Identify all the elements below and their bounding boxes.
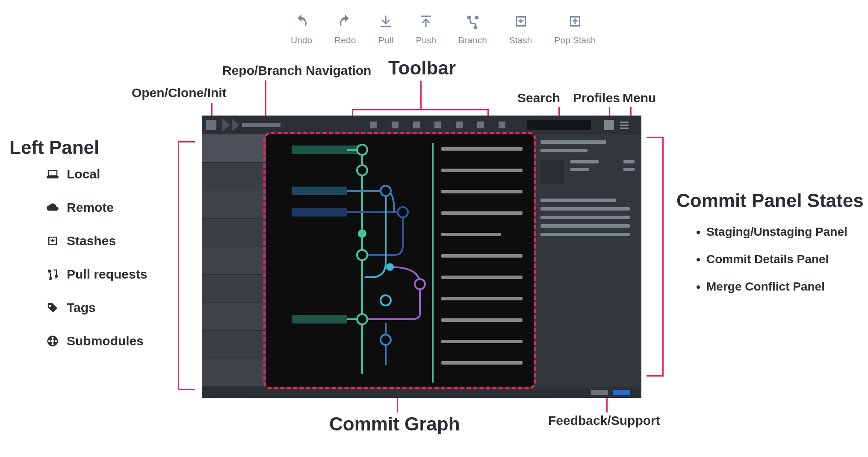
svg-rect-4 xyxy=(441,169,523,172)
tag-icon xyxy=(46,301,59,314)
app-footer xyxy=(202,387,641,398)
submodule-icon xyxy=(46,335,59,347)
toolbar-branch[interactable]: Branch xyxy=(458,14,487,45)
bullet-item: Merge Conflict Panel xyxy=(706,280,847,294)
legend-tags: Tags xyxy=(46,300,147,315)
svg-rect-11 xyxy=(441,318,523,322)
legend-label: Pull requests xyxy=(67,267,147,282)
mini-toolbar-btn[interactable] xyxy=(370,122,377,128)
anno-search: Search xyxy=(517,91,560,105)
commit-panel-line xyxy=(540,199,616,202)
feedback-support-button[interactable] xyxy=(613,390,630,395)
stash-icon xyxy=(513,14,528,29)
left-panel-row[interactable] xyxy=(202,219,266,247)
svg-rect-19 xyxy=(292,315,347,323)
svg-rect-6 xyxy=(441,211,523,215)
left-panel-row[interactable] xyxy=(202,190,266,219)
toolbar-redo[interactable]: Redo xyxy=(334,14,356,45)
svg-point-40 xyxy=(52,343,54,345)
legend-label: Stashes xyxy=(67,234,116,248)
svg-point-27 xyxy=(398,207,408,217)
svg-point-24 xyxy=(357,145,367,155)
left-panel-row[interactable] xyxy=(202,303,266,331)
commit-panel-bullets: Staging/Unstaging Panel Commit Details P… xyxy=(695,225,847,294)
bullet-item: Commit Details Panel xyxy=(706,252,847,266)
legend-stashes: Stashes xyxy=(46,234,147,248)
commit-graph-svg xyxy=(266,134,534,387)
toolbar-label: Push xyxy=(416,35,436,45)
undo-icon xyxy=(294,14,309,29)
toolbar-push[interactable]: Push xyxy=(416,14,436,45)
svg-rect-8 xyxy=(441,254,523,258)
bracket-toolbar xyxy=(352,109,489,116)
svg-point-25 xyxy=(357,165,367,175)
svg-point-32 xyxy=(381,295,391,306)
mini-toolbar-btn[interactable] xyxy=(413,122,420,128)
hamburger-menu-icon[interactable] xyxy=(620,122,629,129)
left-panel-row[interactable] xyxy=(202,331,266,359)
app-topbar xyxy=(202,116,641,134)
svg-rect-10 xyxy=(441,297,523,300)
svg-point-26 xyxy=(381,186,391,196)
commit-panel-line xyxy=(570,160,599,163)
legend-label: Local xyxy=(67,167,100,181)
anno-commit-states: Commit Panel States xyxy=(676,190,864,211)
lead-toolbar xyxy=(420,81,422,109)
svg-rect-18 xyxy=(292,208,347,217)
mini-toolbar-btn[interactable] xyxy=(392,122,399,128)
svg-point-39 xyxy=(52,337,54,339)
commit-panel-line xyxy=(540,149,588,152)
bullet-item: Staging/Unstaging Panel xyxy=(706,225,847,239)
redo-icon xyxy=(337,14,353,29)
toolbar-icon-row: Undo Redo Pull Push Branch Stash Pop Sta… xyxy=(291,14,596,45)
mini-toolbar-btn[interactable] xyxy=(477,122,484,128)
profile-button[interactable] xyxy=(604,120,614,130)
left-panel-row[interactable] xyxy=(202,163,266,191)
mini-toolbar-btn[interactable] xyxy=(456,122,463,128)
toolbar-popstash[interactable]: Pop Stash xyxy=(555,14,596,45)
svg-rect-5 xyxy=(441,190,523,193)
lead-feedback xyxy=(606,396,608,412)
toolbar-label: Pull xyxy=(378,35,393,45)
stash-box-icon xyxy=(46,234,59,247)
svg-point-38 xyxy=(55,340,57,342)
search-input[interactable] xyxy=(527,120,591,130)
anno-commit-graph: Commit Graph xyxy=(329,413,460,435)
svg-rect-12 xyxy=(441,340,523,343)
open-clone-init-button[interactable] xyxy=(206,120,216,130)
toolbar-label: Branch xyxy=(458,35,487,45)
svg-point-30 xyxy=(387,264,393,270)
legend-label: Remote xyxy=(67,200,114,215)
left-panel-row[interactable] xyxy=(202,275,266,303)
cloud-icon xyxy=(46,201,59,214)
mini-toolbar-btn[interactable] xyxy=(434,122,441,128)
anno-left-panel: Left Panel xyxy=(9,137,99,158)
commit-graph-area[interactable] xyxy=(266,134,534,387)
bracket-left-panel xyxy=(178,141,195,390)
svg-point-28 xyxy=(359,230,366,237)
toolbar-pull[interactable]: Pull xyxy=(378,14,393,45)
left-panel-row[interactable] xyxy=(202,134,266,163)
anno-feedback: Feedback/Support xyxy=(548,413,660,428)
anno-open-clone: Open/Clone/Init xyxy=(132,86,227,100)
legend-local: Local xyxy=(46,167,147,181)
toolbar-stash[interactable]: Stash xyxy=(509,14,532,45)
legend-label: Submodules xyxy=(67,334,144,348)
popstash-icon xyxy=(567,14,583,29)
toolbar-undo[interactable]: Undo xyxy=(291,14,312,45)
svg-rect-3 xyxy=(441,147,523,151)
laptop-icon xyxy=(46,168,59,181)
toolbar-label: Redo xyxy=(334,35,356,45)
svg-rect-17 xyxy=(292,187,347,195)
left-panel-row[interactable] xyxy=(202,246,266,275)
mini-toolbar-btn[interactable] xyxy=(499,122,505,128)
legend-pull-requests: Pull requests xyxy=(46,267,147,282)
toolbar-label: Pop Stash xyxy=(555,35,596,45)
push-icon xyxy=(418,14,434,29)
commit-author-avatar xyxy=(540,160,564,184)
svg-point-33 xyxy=(357,314,367,324)
left-panel-row[interactable] xyxy=(202,359,266,387)
bracket-commit-panel xyxy=(647,137,664,377)
svg-rect-9 xyxy=(441,276,523,279)
legend-submodules: Submodules xyxy=(46,334,147,348)
